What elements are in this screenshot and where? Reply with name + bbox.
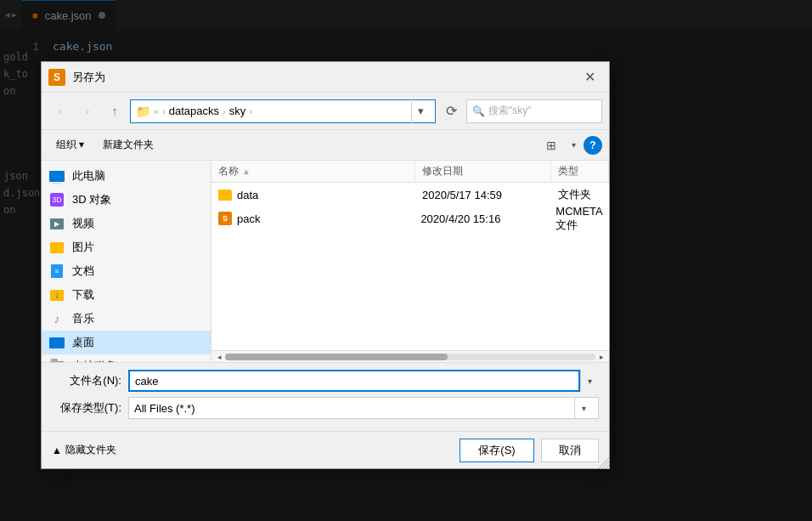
svg-line-1 <box>602 462 609 468</box>
file-row-pack[interactable]: S pack 2020/4/20 15:16 MCMETA 文件 <box>211 207 609 230</box>
save-button[interactable]: 保存(S) <box>460 439 534 462</box>
hide-folder-arrow: ▲ <box>52 445 62 456</box>
hscroll-left-arrow[interactable]: ◂ <box>213 351 225 363</box>
local-drive-c-icon <box>48 358 65 362</box>
filename-dropdown-button[interactable]: ▾ <box>580 370 599 392</box>
file-type-pack: MCMETA 文件 <box>555 205 602 233</box>
desktop-icon <box>48 334 65 351</box>
filelist-hscrollbar[interactable]: ◂ ▸ <box>211 350 609 362</box>
music-icon: ♪ <box>48 310 65 327</box>
filetype-select[interactable]: All Files (*.*) ▾ <box>128 397 599 419</box>
file-cell-pack-name: S pack <box>211 207 414 230</box>
file-row-data[interactable]: data 2020/5/17 14:59 文件夹 <box>211 183 609 207</box>
nav-item-downloads[interactable]: ↓ 下载 <box>42 283 211 307</box>
filename-input-wrapper: ▾ <box>128 370 599 392</box>
filename-label: 文件名(N): <box>52 373 128 388</box>
nav-desktop-label: 桌面 <box>72 335 94 350</box>
addr-path-sep-arrow1: › <box>162 106 166 116</box>
svg-line-2 <box>606 465 609 468</box>
filename-row: 文件名(N): ▾ <box>52 370 599 392</box>
dialog-bottom-form: 文件名(N): ▾ 保存类型(T): All Files (*.*) ▾ <box>42 362 609 431</box>
3d-objects-icon: 3D <box>48 191 65 208</box>
hide-folder-label: 隐藏文件夹 <box>65 443 116 457</box>
search-icon: 🔍 <box>472 105 485 117</box>
hscroll-right-arrow[interactable]: ▸ <box>595 351 607 363</box>
pictures-icon <box>48 239 65 256</box>
nav-item-local-c[interactable]: 本地磁盘 (C:) <box>42 354 211 362</box>
folder-icon-data <box>218 190 232 201</box>
nav-docs-label: 文档 <box>72 263 94 279</box>
nav-item-video[interactable]: ▶ 视频 <box>42 212 211 235</box>
nav-downloads-label: 下载 <box>72 287 94 303</box>
dialog-filelist: 名称 ▲ 修改日期 类型 data 2020/5/ <box>211 161 609 362</box>
organize-label: 组织 ▾ <box>56 138 84 152</box>
new-folder-label: 新建文件夹 <box>103 138 154 152</box>
addr-arrow2: › <box>223 106 226 116</box>
new-folder-button[interactable]: 新建文件夹 <box>95 134 161 156</box>
addr-path-sep1: « <box>154 106 159 116</box>
view-dropdown-button[interactable]: ▾ <box>567 133 580 157</box>
mcmeta-icon-pack: S <box>218 212 232 225</box>
nav-item-music[interactable]: ♪ 音乐 <box>42 307 211 331</box>
col-name-sort: ▲ <box>242 167 251 176</box>
downloads-icon: ↓ <box>48 286 65 303</box>
help-label: ? <box>589 139 595 151</box>
nav-pc-label: 此电脑 <box>72 168 105 184</box>
file-name-pack: pack <box>237 212 260 225</box>
nav-item-pics[interactable]: 图片 <box>42 235 211 259</box>
addr-sky[interactable]: sky <box>229 105 246 117</box>
cancel-button[interactable]: 取消 <box>541 439 599 462</box>
dialog-addressbar: ‹ › ↑ 📁 « › datapacks › sky › ▾ ⟳ 🔍 搜索"s… <box>42 93 609 130</box>
addr-path-bar[interactable]: 📁 « › datapacks › sky › ▾ <box>130 99 436 123</box>
filetype-select-wrapper: All Files (*.*) ▾ <box>128 397 599 419</box>
addr-refresh-button[interactable]: ⟳ <box>439 99 463 123</box>
hscroll-thumb[interactable] <box>225 354 448 360</box>
monitor-icon <box>48 167 65 184</box>
col-header-type[interactable]: 类型 <box>551 161 609 183</box>
organize-button[interactable]: 组织 ▾ <box>48 134 92 156</box>
dialog-titlebar: S 另存为 ✕ <box>42 62 609 93</box>
col-header-name[interactable]: 名称 ▲ <box>211 161 415 183</box>
filetype-dropdown-button[interactable]: ▾ <box>574 397 593 419</box>
addr-dropdown-button[interactable]: ▾ <box>411 99 430 123</box>
filelist-scroll[interactable]: data 2020/5/17 14:59 文件夹 S pack 20 <box>211 183 609 350</box>
file-cell-data-name: data <box>211 183 415 207</box>
nav-item-docs[interactable]: ≡ 文档 <box>42 259 211 283</box>
file-cell-data-type: 文件夹 <box>551 183 609 207</box>
hscroll-track[interactable] <box>225 354 595 360</box>
file-name-data: data <box>237 189 258 201</box>
video-icon: ▶ <box>48 215 65 232</box>
col-type-label: 类型 <box>558 164 578 178</box>
dialog-title-text: 另存为 <box>72 70 570 85</box>
nav-item-desktop[interactable]: 桌面 <box>42 331 211 354</box>
nav-item-3d[interactable]: 3D 3D 对象 <box>42 188 211 212</box>
save-as-dialog: S 另存为 ✕ ‹ › ↑ 📁 « › datapacks › sky › ▾ … <box>41 61 610 469</box>
addr-back-button[interactable]: ‹ <box>48 99 72 123</box>
col-header-date[interactable]: 修改日期 <box>415 161 551 183</box>
addr-up-button[interactable]: ↑ <box>103 99 127 123</box>
filename-input[interactable] <box>128 370 580 392</box>
addr-forward-button[interactable]: › <box>76 99 99 123</box>
file-cell-pack-date: 2020/4/20 15:16 <box>414 207 549 230</box>
view-icon: ⊞ <box>546 139 556 152</box>
filelist-header: 名称 ▲ 修改日期 类型 <box>211 161 609 183</box>
filetype-row: 保存类型(T): All Files (*.*) ▾ <box>52 397 599 419</box>
nav-item-pc[interactable]: 此电脑 <box>42 164 211 188</box>
dialog-app-icon-letter: S <box>54 71 60 83</box>
cancel-label: 取消 <box>559 443 581 458</box>
file-date-data: 2020/5/17 14:59 <box>422 189 502 201</box>
dialog-toolbar: 组织 ▾ 新建文件夹 ⊞ ▾ ? <box>42 130 609 161</box>
resize-grip[interactable] <box>599 458 609 468</box>
dialog-close-button[interactable]: ✕ <box>570 62 609 93</box>
addr-datapacks[interactable]: datapacks <box>169 105 219 117</box>
action-buttons: 保存(S) 取消 <box>460 439 599 462</box>
addr-path-icon: 📁 <box>136 105 150 118</box>
dialog-title-icon: S <box>48 69 65 86</box>
nav-video-label: 视频 <box>72 216 94 231</box>
view-options-button[interactable]: ⊞ <box>539 134 563 156</box>
dialog-nav-panel: 此电脑 3D 3D 对象 ▶ 视频 图片 <box>42 161 211 362</box>
save-label: 保存(S) <box>478 443 515 458</box>
help-button[interactable]: ? <box>584 136 602 155</box>
hide-folders-button[interactable]: ▲ 隐藏文件夹 <box>52 443 116 457</box>
addr-search-bar[interactable]: 🔍 搜索"sky" <box>466 99 602 123</box>
